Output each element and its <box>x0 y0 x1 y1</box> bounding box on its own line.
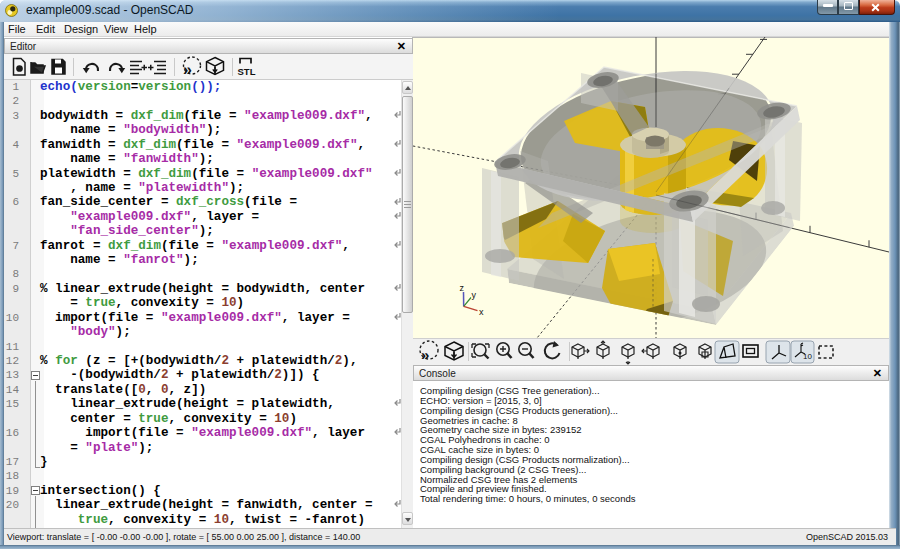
svg-text:y: y <box>472 290 477 300</box>
svg-text:z: z <box>460 283 465 293</box>
svg-text:STL: STL <box>238 66 256 77</box>
svg-text:x: x <box>479 307 484 317</box>
svg-text:10: 10 <box>803 352 812 361</box>
svg-text:»: » <box>183 61 192 78</box>
svg-text:»: » <box>421 346 429 363</box>
